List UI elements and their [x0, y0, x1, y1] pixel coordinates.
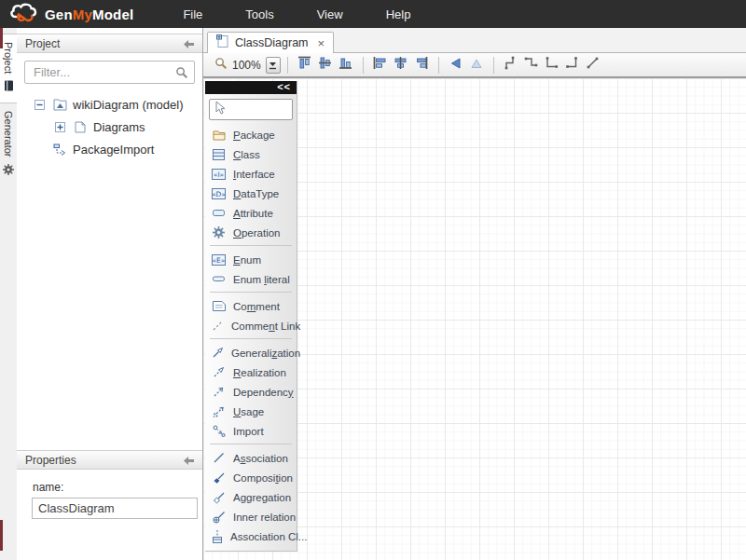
- name-field[interactable]: [32, 498, 198, 519]
- toolbar-button-route-straight[interactable]: [583, 55, 603, 75]
- palette-tool-comment-link[interactable]: Comment Link: [205, 316, 297, 335]
- editor-tabbar: ClassDiagram ×: [203, 28, 746, 53]
- palette-tool-enum[interactable]: «E»Enum: [205, 250, 297, 269]
- toolbar-button-align-right[interactable]: [411, 55, 432, 75]
- properties-panel-title: Properties: [25, 454, 184, 467]
- tree-item-packageimport[interactable]: PackageImport: [17, 138, 202, 160]
- diagram-file-icon: [73, 121, 88, 133]
- palette-tool-package[interactable]: Package: [205, 125, 297, 144]
- dependency-icon: [212, 386, 226, 398]
- svg-text:«E»: «E»: [213, 255, 226, 264]
- top-menubar: GenMyModel FileToolsViewHelp: [0, 0, 746, 28]
- toolbar-button-route-step[interactable]: [501, 55, 521, 75]
- route-step-icon: [503, 55, 518, 75]
- filter-input[interactable]: [24, 61, 195, 84]
- palette-tool-attribute[interactable]: Attribute: [205, 203, 297, 223]
- toolbar-button-align-center[interactable]: [391, 55, 411, 75]
- align-bottom-icon: [338, 55, 353, 75]
- palette-tool-label: Class: [233, 149, 260, 160]
- close-icon[interactable]: ×: [318, 36, 325, 50]
- menu-view[interactable]: View: [296, 2, 365, 27]
- tree-item-label: Diagrams: [93, 120, 145, 134]
- menu-file[interactable]: File: [161, 2, 224, 27]
- palette-tool-label: Enum: [233, 254, 261, 266]
- palette-tool-datatype[interactable]: «D»DataType: [205, 184, 297, 203]
- toolbar-button-align-bottom[interactable]: [336, 55, 356, 75]
- align-middle-icon: [317, 55, 333, 75]
- zoom-level: 100%: [232, 59, 261, 72]
- toolbar-button-flip-horizontal[interactable]: [446, 55, 466, 75]
- palette-tool-aggregation[interactable]: Aggregation: [205, 487, 297, 507]
- palette-tool-usage[interactable]: Usage: [205, 402, 297, 421]
- tree-collapse-icon[interactable]: [32, 100, 47, 110]
- class-icon: [212, 149, 226, 160]
- operation-icon: [212, 226, 226, 239]
- inner-relation-icon: [212, 511, 226, 524]
- genmymodel-logo[interactable]: GenMyModel: [7, 2, 133, 27]
- selection-tool-button[interactable]: [209, 99, 293, 120]
- palette-tool-enum-literal[interactable]: Enum literal: [205, 269, 297, 289]
- tab-label: ClassDiagram: [235, 36, 309, 49]
- align-center-icon: [393, 55, 408, 75]
- palette-tool-interface[interactable]: «I»Interface: [205, 164, 297, 184]
- palette-tool-class[interactable]: Class: [205, 144, 297, 164]
- association-icon: [212, 452, 226, 464]
- palette-separator: [210, 245, 292, 246]
- logo-text: GenMyModel: [45, 7, 133, 22]
- model-icon: [52, 99, 67, 111]
- palette-tool-composition[interactable]: Composition: [205, 468, 297, 487]
- tree-item-wikidiagram-model[interactable]: wikiDiagram (model): [17, 93, 202, 116]
- toolbar-button-route-step2[interactable]: [521, 55, 542, 75]
- menu-help[interactable]: Help: [365, 2, 433, 27]
- palette-tool-association[interactable]: Association: [205, 448, 297, 468]
- left-edge-scrollbar-bottom[interactable]: [0, 520, 3, 551]
- import-icon: [212, 425, 226, 437]
- palette-tool-generalization[interactable]: Generalization: [205, 343, 297, 362]
- interface-icon: «I»: [212, 169, 226, 180]
- palette-tool-label: DataType: [233, 188, 279, 199]
- collapse-panel-icon[interactable]: [184, 35, 194, 52]
- search-icon: [175, 66, 188, 83]
- palette-tool-association-cl[interactable]: Association Cl...: [205, 526, 297, 546]
- palette-tool-comment[interactable]: Comment: [205, 296, 297, 316]
- rail-tab-label: Generator: [3, 111, 14, 157]
- tree-expand-icon[interactable]: [52, 122, 67, 132]
- palette-tool-import[interactable]: Import: [205, 421, 297, 441]
- toolbar-button-align-middle[interactable]: [315, 55, 336, 75]
- menu-tools[interactable]: Tools: [224, 2, 295, 27]
- book-icon: [4, 78, 14, 95]
- left-edge-scrollbar-top[interactable]: [0, 28, 3, 48]
- association-class-icon: [212, 530, 223, 543]
- tab-classdiagram[interactable]: ClassDiagram ×: [207, 32, 334, 53]
- toolbar-buttons: [281, 55, 603, 75]
- toolbar-button-align-left[interactable]: [370, 55, 391, 75]
- side-rail: ProjectGenerator: [0, 28, 17, 560]
- tool-palette: << PackageClass«I»Interface«D»DataTypeAt…: [205, 81, 297, 552]
- palette-tool-operation[interactable]: Operation: [205, 223, 297, 242]
- toolbar-button-align-top[interactable]: [295, 55, 315, 75]
- palette-tool-label: Interface: [233, 169, 275, 180]
- route-step2-icon: [523, 55, 539, 75]
- toolbar-button-flip-vertical[interactable]: [466, 55, 487, 75]
- palette-tool-label: Comment Link: [231, 321, 300, 332]
- toolbar-separator: [438, 57, 439, 74]
- palette-tool-inner-relation[interactable]: Inner relation: [205, 507, 297, 526]
- realization-icon: [212, 366, 226, 378]
- diagram-toolbar: 100%: [203, 53, 746, 78]
- toolbar-button-route-corner[interactable]: [542, 55, 562, 75]
- svg-text:«D»: «D»: [212, 189, 226, 198]
- collapse-panel-icon[interactable]: [184, 452, 194, 469]
- tree-item-diagrams[interactable]: Diagrams: [17, 116, 202, 138]
- palette-tool-realization[interactable]: Realization: [205, 362, 297, 382]
- genmymodel-app: GenMyModel FileToolsViewHelp ProjectGene…: [0, 0, 746, 560]
- rail-tab-generator[interactable]: Generator: [0, 103, 17, 186]
- toolbar-separator: [493, 57, 494, 74]
- left-panel: Project wikiDiagram (model)DiagramsPacka…: [17, 28, 203, 560]
- cloud-logo-icon: [7, 2, 39, 27]
- toolbar-button-route-corner2[interactable]: [562, 55, 583, 75]
- comment-link-icon: [212, 320, 224, 332]
- zoom-dropdown-button[interactable]: [266, 57, 281, 74]
- palette-tool-dependency[interactable]: Dependency: [205, 382, 297, 402]
- align-top-icon: [297, 55, 312, 75]
- palette-collapse-button[interactable]: <<: [205, 81, 297, 94]
